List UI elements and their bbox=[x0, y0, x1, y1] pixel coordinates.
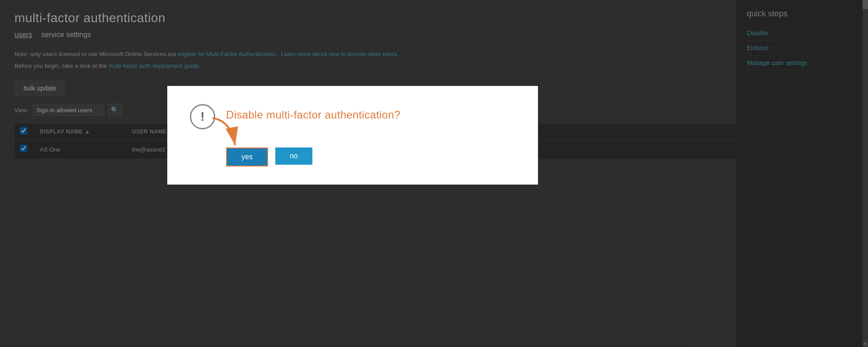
no-button[interactable]: no bbox=[275, 147, 312, 165]
modal-dialog: ! Disable multi-factor authentication? y… bbox=[167, 86, 538, 185]
modal-buttons: yes no bbox=[190, 147, 515, 166]
modal-title: Disable multi-factor authentication? bbox=[226, 109, 401, 121]
arrow-indicator bbox=[203, 116, 249, 152]
